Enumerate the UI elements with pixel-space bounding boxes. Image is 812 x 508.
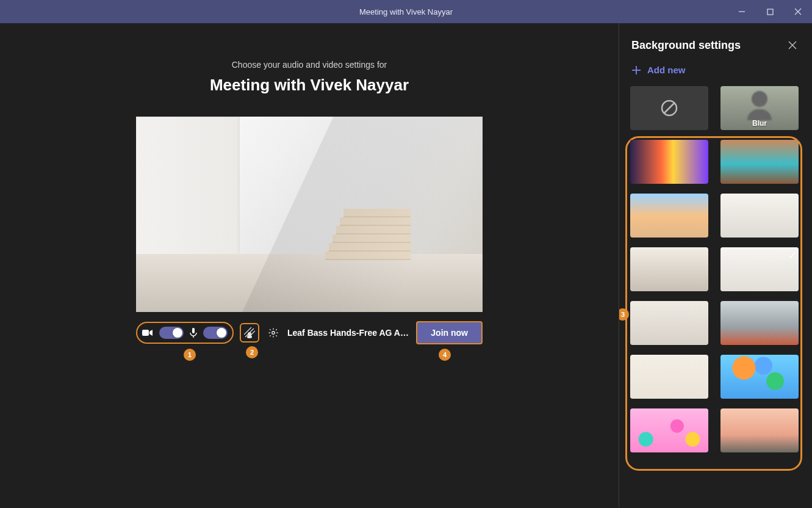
close-button[interactable] (784, 0, 812, 23)
svg-rect-4 (142, 330, 149, 336)
main-area: Choose your audio and video settings for… (0, 23, 619, 508)
add-new-label: Add new (647, 65, 686, 75)
background-list-scroll[interactable]: Blur✓ (619, 82, 812, 508)
av-toggle-group (136, 322, 234, 344)
mic-toggle[interactable] (203, 327, 228, 339)
mic-icon (190, 328, 197, 338)
maximize-button[interactable] (756, 0, 784, 23)
camera-toggle[interactable] (159, 327, 184, 339)
background-option-bg5[interactable] (630, 247, 708, 291)
check-icon: ✓ (788, 250, 796, 261)
background-option-bg12[interactable] (720, 408, 799, 452)
annotation-badge-4: 4 (439, 349, 451, 361)
close-panel-button[interactable] (785, 38, 800, 53)
background-option-bg9[interactable] (630, 355, 708, 399)
prejoin-subheading: Choose your audio and video settings for (96, 60, 523, 70)
svg-rect-11 (247, 335, 252, 338)
meeting-title: Meeting with Vivek Nayyar (96, 76, 523, 95)
background-option-bg1[interactable] (630, 140, 708, 184)
annotation-badge-1: 1 (184, 349, 196, 361)
video-preview (136, 117, 483, 312)
window-title: Meeting with Vivek Nayyar (359, 7, 453, 16)
background-option-bg6[interactable]: ✓ (720, 247, 799, 291)
device-settings-button[interactable] (265, 325, 281, 341)
audio-device-label[interactable]: Leaf Bass Hands-Free AG Au… (287, 328, 410, 338)
join-now-button[interactable]: Join now (416, 321, 483, 344)
svg-rect-5 (192, 328, 195, 333)
minimize-button[interactable] (728, 0, 756, 23)
title-bar: Meeting with Vivek Nayyar (0, 0, 812, 23)
background-option-bg8[interactable] (720, 301, 799, 345)
background-option-bg4[interactable] (720, 194, 799, 238)
add-new-background-button[interactable]: Add new (619, 61, 812, 82)
background-option-bg2[interactable] (720, 140, 799, 184)
svg-point-12 (272, 332, 275, 335)
annotation-badge-2: 2 (246, 346, 258, 358)
background-settings-panel: Background settings Add new 3 Blur✓ (619, 23, 812, 508)
window-controls (728, 0, 812, 23)
svg-line-18 (664, 103, 675, 114)
none-icon (659, 98, 679, 118)
blur-label: Blur (752, 119, 767, 128)
background-option-bg3[interactable] (630, 194, 708, 238)
background-option-bg11[interactable] (630, 408, 708, 452)
background-option-bg7[interactable] (630, 301, 708, 345)
background-effects-button[interactable] (240, 323, 259, 343)
background-option-blur[interactable]: Blur (720, 86, 799, 130)
background-option-bg10[interactable] (720, 355, 799, 399)
background-option-none[interactable] (630, 86, 708, 130)
panel-title: Background settings (631, 39, 741, 52)
prejoin-controls: Leaf Bass Hands-Free AG Au… Join now (136, 321, 483, 345)
svg-rect-1 (767, 9, 773, 15)
camera-icon (142, 328, 153, 337)
plus-icon (631, 65, 641, 75)
